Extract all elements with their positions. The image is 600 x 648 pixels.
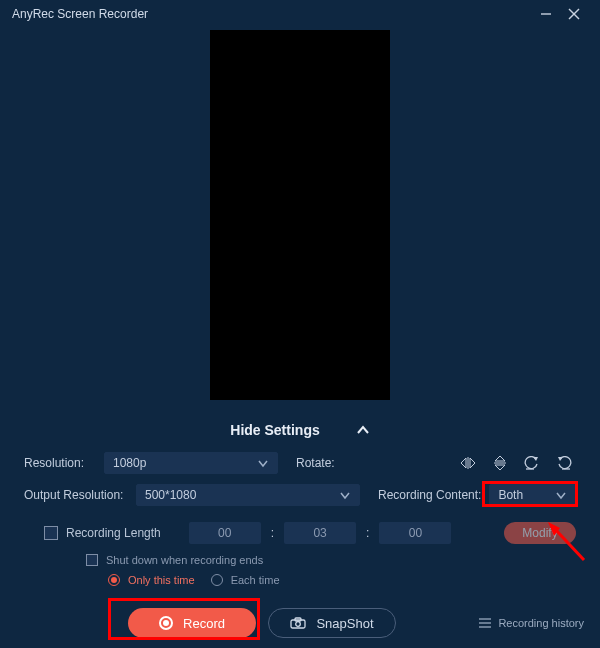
snapshot-button-label: SnapShot bbox=[316, 616, 373, 631]
modify-button[interactable]: Modify bbox=[504, 522, 576, 544]
history-icon bbox=[478, 617, 492, 629]
rotate-label: Rotate: bbox=[296, 456, 338, 470]
svg-marker-9 bbox=[533, 457, 538, 461]
only-this-time-radio[interactable]: Only this time bbox=[108, 574, 195, 586]
svg-marker-7 bbox=[495, 465, 505, 470]
svg-marker-11 bbox=[558, 457, 563, 461]
resolution-value: 1080p bbox=[113, 456, 146, 470]
hide-settings-label: Hide Settings bbox=[230, 422, 319, 438]
record-button-label: Record bbox=[183, 616, 225, 631]
recording-content-value: Both bbox=[498, 488, 523, 502]
close-button[interactable] bbox=[560, 0, 588, 28]
recording-length-checkbox[interactable] bbox=[44, 526, 58, 540]
minimize-button[interactable] bbox=[532, 0, 560, 28]
time-hours-input[interactable]: 00 bbox=[189, 522, 261, 544]
time-minutes-input[interactable]: 03 bbox=[284, 522, 356, 544]
record-button[interactable]: Record bbox=[128, 608, 256, 638]
flip-vertical-icon[interactable] bbox=[488, 452, 512, 474]
each-time-radio[interactable]: Each time bbox=[211, 574, 280, 586]
output-resolution-value: 500*1080 bbox=[145, 488, 196, 502]
shutdown-checkbox[interactable] bbox=[86, 554, 98, 566]
resolution-select[interactable]: 1080p bbox=[104, 452, 278, 474]
recording-history-link[interactable]: Recording history bbox=[478, 617, 584, 629]
svg-marker-3 bbox=[461, 458, 466, 468]
recording-content-label: Recording Content: bbox=[378, 488, 481, 502]
time-sep: : bbox=[269, 526, 276, 540]
chevron-down-icon bbox=[555, 489, 567, 501]
svg-marker-4 bbox=[470, 458, 475, 468]
output-resolution-label: Output Resolution: bbox=[24, 488, 128, 502]
recording-history-label: Recording history bbox=[498, 617, 584, 629]
hide-settings-toggle[interactable]: Hide Settings bbox=[0, 422, 600, 438]
chevron-down-icon bbox=[339, 489, 351, 501]
snapshot-button[interactable]: SnapShot bbox=[268, 608, 396, 638]
recording-length-label: Recording Length bbox=[66, 526, 161, 540]
rotate-right-icon[interactable] bbox=[552, 452, 576, 474]
chevron-up-icon bbox=[356, 423, 370, 437]
app-title: AnyRec Screen Recorder bbox=[12, 7, 148, 21]
recording-content-select[interactable]: Both bbox=[489, 484, 576, 506]
camera-icon bbox=[290, 617, 306, 629]
device-preview bbox=[210, 30, 390, 400]
time-seconds-input[interactable]: 00 bbox=[379, 522, 451, 544]
only-this-time-label: Only this time bbox=[128, 574, 195, 586]
time-sep: : bbox=[364, 526, 371, 540]
each-time-label: Each time bbox=[231, 574, 280, 586]
resolution-label: Resolution: bbox=[24, 456, 96, 470]
output-resolution-select[interactable]: 500*1080 bbox=[136, 484, 360, 506]
svg-point-14 bbox=[296, 622, 301, 627]
flip-horizontal-icon[interactable] bbox=[456, 452, 480, 474]
rotate-left-icon[interactable] bbox=[520, 452, 544, 474]
shutdown-label: Shut down when recording ends bbox=[106, 554, 263, 566]
svg-marker-6 bbox=[495, 456, 505, 461]
chevron-down-icon bbox=[257, 457, 269, 469]
record-icon bbox=[159, 616, 173, 630]
